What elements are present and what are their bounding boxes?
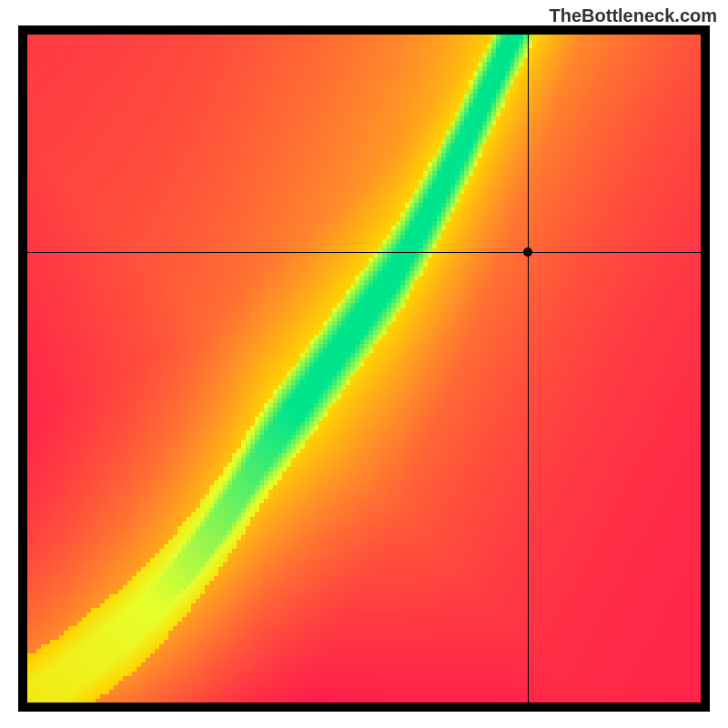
plot-border [18,25,710,712]
crosshair-vertical [528,35,529,703]
plot-area [27,35,701,703]
selection-marker [523,248,532,257]
watermark-label: TheBottleneck.com [550,5,717,26]
crosshair-horizontal [27,252,701,253]
heatmap-canvas [27,35,701,703]
